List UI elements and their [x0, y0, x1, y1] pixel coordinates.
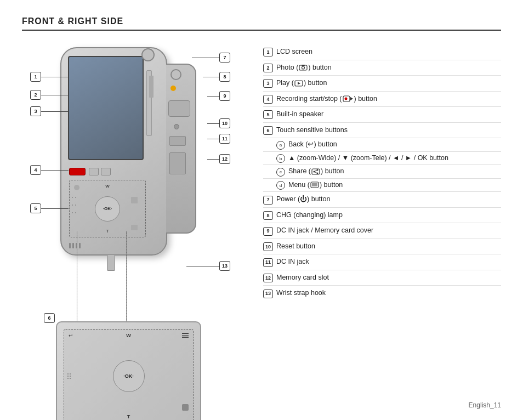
dc-in-jack [169, 136, 186, 146]
callout-line-13r [186, 266, 219, 266]
label-row-13: 13 Wrist strap hook [263, 286, 501, 301]
t-label: T [106, 229, 109, 234]
tp-ok-circle: ·OK· [113, 360, 145, 392]
callout-line-3 [41, 111, 69, 112]
tp-t-label: T [127, 414, 130, 419]
reset-btn [174, 124, 179, 129]
label-row-11: 11 DC IN jack [263, 254, 501, 270]
label-text-7: Power (⏻) button [276, 195, 330, 205]
wrist-strap [107, 254, 115, 271]
menu-icon-camera [131, 225, 138, 230]
callout-line-10r [207, 123, 219, 124]
diagram-area: W T ·OK· [22, 42, 252, 305]
callout-8: 8 [203, 72, 230, 82]
camera-body: W T ·OK· [60, 47, 167, 256]
lcd-screen-area [68, 56, 144, 160]
tp-back-icon: ↩ [69, 333, 73, 338]
callout-9: 9 [207, 91, 230, 101]
num-badge-4: 4 [30, 165, 41, 175]
label-row-1: 1 LCD screen [263, 44, 501, 60]
record-btn-camera [69, 168, 86, 175]
label-row-10: 10 Reset button [263, 239, 501, 255]
callout-11: 11 [207, 134, 230, 144]
page-container: FRONT & RIGHT SIDE [0, 0, 523, 420]
badge-13: 13 [263, 290, 273, 298]
sub-label-row-d: d Menu () button [263, 179, 501, 192]
memory-card-slot [169, 152, 186, 174]
camera-side-panel [166, 64, 196, 234]
touch-panel-inner: W T ↩ ·OK· [64, 329, 194, 420]
photo-btn [89, 168, 99, 175]
badge-9: 9 [263, 227, 273, 236]
speaker-dots [72, 197, 77, 219]
callout-line-7r [192, 58, 219, 58]
tp-dots [67, 373, 71, 379]
num-badge-7: 7 [219, 53, 230, 63]
svg-marker-4 [298, 82, 300, 84]
page-footer: English_11 [469, 401, 501, 409]
play-btn [101, 168, 111, 175]
num-badge-3: 3 [30, 106, 41, 116]
label-row-6: 6 Touch sensitive buttons [263, 123, 501, 139]
back-icon-camera [74, 185, 79, 190]
label-text-1: LCD screen [276, 47, 312, 57]
num-badge-12: 12 [219, 154, 230, 164]
callout-line-8r [203, 77, 219, 77]
svg-rect-8 [312, 169, 320, 174]
num-badge-10: 10 [219, 118, 230, 128]
label-text-4: Recording start/stop () button [276, 94, 377, 104]
label-row-8: 8 CHG (changing) lamp [263, 208, 501, 224]
label-text-9: DC IN jack / Memory card cover [276, 226, 373, 236]
num-badge-5: 5 [30, 203, 41, 213]
sub-label-row-c: c Share () button [263, 165, 501, 179]
callout-line-1 [41, 77, 69, 77]
w-label: W [105, 184, 110, 189]
callout-line-5 [41, 208, 69, 209]
label-row-4: 4 Recording start/stop () button [263, 92, 501, 107]
badge-12: 12 [263, 274, 273, 282]
callout-10: 10 [207, 118, 230, 128]
badge-7: 7 [263, 196, 273, 205]
circle-badge-a: a [276, 141, 285, 150]
label-text-6: Touch sensitive buttons [276, 126, 348, 135]
badge-4: 4 [263, 95, 273, 104]
tp-w-label: W [126, 333, 131, 338]
connector-line-left [77, 231, 77, 321]
ok-btn: ·OK· [95, 196, 120, 222]
label-row-9: 9 DC IN jack / Memory card cover [263, 223, 501, 239]
callout-12: 12 [207, 154, 230, 164]
circle-badge-c: c [276, 168, 285, 177]
callout-1: 1 [30, 72, 69, 82]
callout-line-2 [41, 95, 69, 95]
num-badge-13: 13 [219, 261, 230, 271]
callout-3: 3 [30, 106, 69, 116]
callout-7: 7 [192, 53, 230, 63]
label-text-2: Photo () button [276, 63, 332, 73]
sub-label-text-b: ▲ (zoom-Wide) / ▼ (zoom-Tele) / ◄ / ► / … [288, 154, 448, 163]
sub-label-text-a: Back (↩) button [288, 140, 337, 150]
callout-line-11r [207, 139, 219, 139]
callout-5: 5 [30, 203, 69, 213]
callout-line-12r [207, 159, 219, 160]
svg-point-1 [302, 66, 305, 69]
content-area: W T ·OK· [22, 42, 501, 305]
callout-line-9r [207, 96, 219, 97]
power-btn-top [141, 48, 155, 61]
sub-label-row-b: b ▲ (zoom-Wide) / ▼ (zoom-Tele) / ◄ / ► … [263, 152, 501, 166]
num-badge-6: 6 [44, 313, 55, 323]
num-badge-9: 9 [219, 91, 230, 101]
badge-3: 3 [263, 79, 273, 88]
label-row-5: 5 Built-in speaker [263, 107, 501, 123]
num-badge-1: 1 [30, 72, 41, 82]
tp-share-icon [182, 404, 189, 411]
label-text-10: Reset button [276, 242, 315, 252]
label-row-12: 12 Memory card slot [263, 270, 501, 286]
label-text-12: Memory card slot [276, 273, 329, 283]
svg-marker-7 [350, 97, 353, 100]
svg-point-6 [344, 98, 347, 100]
callout-2: 2 [30, 90, 69, 100]
svg-line-12 [314, 170, 317, 172]
touch-pad-area: W T ·OK· [69, 180, 146, 237]
badge-2: 2 [263, 64, 273, 72]
circle-badge-b: b [276, 154, 285, 163]
